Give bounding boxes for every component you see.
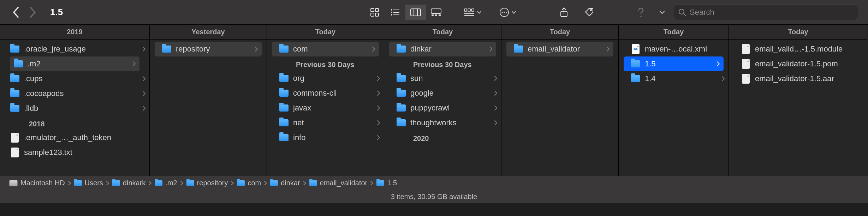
folder-row[interactable]: .m2	[10, 56, 139, 71]
back-button[interactable]	[10, 6, 22, 18]
file-icon	[10, 148, 20, 157]
svg-rect-10	[411, 9, 421, 16]
file-row[interactable]: email_valid…-1.5.module	[729, 42, 867, 56]
chevron-right-icon	[717, 61, 720, 67]
path-segment[interactable]: dinkark	[112, 179, 145, 187]
column: TodaycomPrevious 30 Daysorgcommons-clija…	[267, 25, 384, 176]
folder-row[interactable]: org	[267, 71, 384, 86]
section-label: Previous 30 Days	[267, 56, 384, 71]
chevron-right-icon	[29, 7, 36, 18]
folder-row[interactable]: puppycrawl	[384, 101, 501, 115]
folder-row[interactable]: javax	[267, 101, 384, 115]
folder-icon	[74, 180, 82, 186]
folder-row[interactable]: .oracle_jre_usage	[0, 42, 149, 56]
item-name: email_validator-1.5.aar	[755, 74, 864, 83]
item-name: thoughtworks	[410, 118, 490, 127]
folder-icon	[631, 74, 641, 84]
folder-icon	[396, 88, 406, 98]
svg-point-8	[391, 14, 392, 16]
svg-point-28	[590, 10, 592, 11]
item-name: email_validator-1.5.pom	[755, 59, 864, 68]
file-row[interactable]: email_validator-1.5.aar	[729, 71, 867, 86]
file-row[interactable]: maven-…ocal.xml	[619, 42, 729, 56]
column-body: repository	[150, 40, 267, 176]
help-button[interactable]	[631, 5, 651, 20]
action-menu[interactable]	[499, 7, 516, 17]
file-row[interactable]: sample123.txt	[0, 145, 149, 160]
folder-row[interactable]: google	[384, 86, 501, 101]
svg-point-24	[504, 12, 505, 13]
folder-row[interactable]: email_validator	[506, 42, 613, 56]
folder-row[interactable]: thoughtworks	[384, 115, 501, 130]
folder-icon	[396, 44, 406, 54]
folder-row[interactable]: dinkar	[389, 42, 496, 56]
icon-view-button[interactable]	[364, 5, 385, 20]
dropdown-button[interactable]	[656, 5, 668, 20]
search-input[interactable]	[690, 8, 853, 17]
svg-rect-14	[432, 14, 434, 16]
item-name: 1.4	[645, 74, 717, 83]
tags-button[interactable]	[579, 5, 600, 20]
folder-icon	[279, 44, 289, 54]
folder-row[interactable]: .cups	[0, 71, 149, 86]
path-segment[interactable]: com	[237, 179, 261, 187]
path-segment-label: dinkar	[281, 179, 300, 187]
folder-row[interactable]: .lldb	[0, 101, 149, 116]
folder-icon	[396, 73, 406, 83]
path-segment[interactable]: Macintosh HD	[9, 179, 65, 187]
svg-rect-0	[371, 8, 374, 12]
chevron-right-icon	[148, 181, 152, 186]
svg-line-31	[684, 14, 686, 16]
path-segment-label: .m2	[165, 179, 177, 187]
forward-button[interactable]	[27, 6, 39, 18]
column-view-button[interactable]	[405, 5, 426, 20]
folder-row[interactable]: repository	[155, 42, 262, 56]
folder-row[interactable]: 1.5	[624, 56, 724, 71]
path-segment[interactable]: repository	[186, 179, 228, 187]
folder-row[interactable]: 1.4	[619, 71, 729, 86]
svg-rect-16	[439, 14, 441, 16]
item-name: .emulator_…_auth_token	[24, 133, 146, 142]
folder-icon	[237, 180, 245, 186]
column-header[interactable]: Today	[267, 25, 384, 40]
file-row[interactable]: .emulator_…_auth_token	[0, 130, 149, 145]
chevron-right-icon	[180, 181, 184, 186]
group-by-menu[interactable]	[464, 8, 482, 16]
folder-row[interactable]: info	[267, 130, 384, 145]
question-icon	[637, 7, 644, 18]
search-field[interactable]	[673, 5, 858, 20]
column-header[interactable]: Today	[501, 25, 618, 40]
column-header[interactable]: 2019	[0, 25, 149, 40]
folder-row[interactable]: commons-cli	[267, 86, 384, 101]
file-row[interactable]: email_validator-1.5.pom	[729, 56, 867, 71]
column-header[interactable]: Today	[619, 25, 729, 40]
path-segment-label: Users	[85, 179, 103, 187]
path-segment[interactable]: dinkar	[270, 179, 300, 187]
path-segment[interactable]: 1.5	[376, 179, 397, 187]
column-header[interactable]: Yesterday	[150, 25, 267, 40]
folder-row[interactable]: com	[272, 42, 379, 56]
folder-row[interactable]: .cocoapods	[0, 86, 149, 101]
column: Todaymaven-…ocal.xml1.51.4	[619, 25, 729, 176]
column-header[interactable]: Today	[729, 25, 867, 40]
path-segment[interactable]: .m2	[155, 179, 177, 187]
path-segment-label: Macintosh HD	[20, 179, 65, 187]
chevron-left-icon	[12, 7, 19, 18]
path-segment[interactable]: email_validator	[309, 179, 368, 187]
list-view-button[interactable]	[385, 5, 405, 20]
gallery-view-button[interactable]	[426, 5, 446, 20]
item-name: javax	[293, 103, 373, 113]
chevron-right-icon	[142, 76, 146, 82]
file-icon	[10, 133, 20, 143]
chevron-right-icon	[606, 46, 610, 52]
path-segment[interactable]: Users	[74, 179, 103, 187]
share-button[interactable]	[554, 5, 574, 20]
section-label: 2020	[384, 130, 501, 145]
path-segment-label: repository	[197, 179, 228, 187]
folder-row[interactable]: sun	[384, 71, 501, 86]
column-body: dinkarPrevious 30 Dayssungooglepuppycraw…	[384, 40, 501, 176]
gallery-icon	[431, 8, 441, 16]
column-header[interactable]: Today	[384, 25, 501, 40]
chevron-right-icon	[377, 76, 380, 81]
folder-row[interactable]: net	[267, 115, 384, 130]
